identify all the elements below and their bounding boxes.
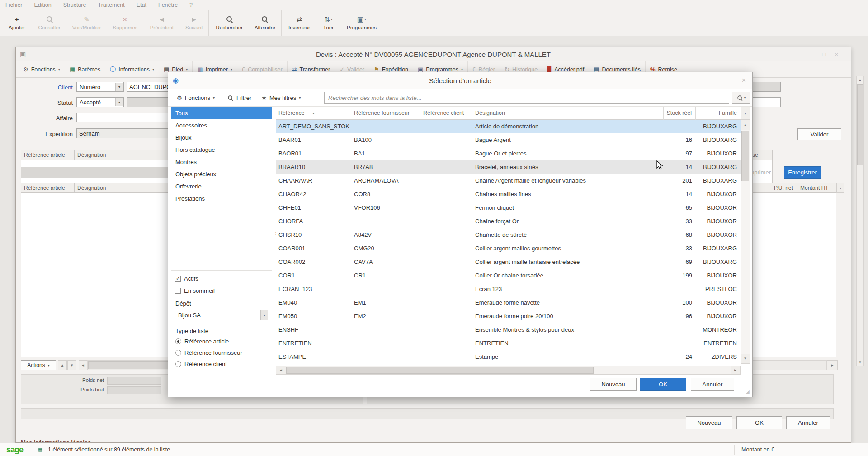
table-row[interactable]: CHORFA Chaîne forçat Or 33 BIJOUXOR [276,215,741,228]
dialog-nouveau-button[interactable]: Nouveau [590,378,637,391]
mes-filtres-button[interactable]: Mes filtres ▾ [256,89,306,106]
resize-grip[interactable]: ◢ [746,389,750,394]
table-row[interactable]: CHSR10 A842V Chaînette de sûreté 68 BIJO… [276,228,741,242]
menu-item[interactable]: Fichier [5,2,23,8]
window-titlebar[interactable]: Devis : Accepté N° DV00055 AGENCEDUPONT … [16,47,851,61]
table-row[interactable]: BRAAR10 BR7A8 Bracelet, anneaux striés 1… [276,160,741,174]
table-row[interactable]: ESTAMPE Estampe 24 ZDIVERS [276,350,741,364]
column-header-client[interactable]: Référence client [420,107,472,120]
nouveau-button[interactable]: Nouveau [686,416,732,429]
maximize-icon[interactable]: □ [822,51,826,58]
category-item[interactable]: Hors catalogue [171,144,272,156]
column-header-reference[interactable]: Référence▲ [276,107,351,120]
toolbar-button[interactable]: ▾ Supprimer [107,10,143,36]
table-row[interactable]: CHAOR42 COR8 Chaînes mailles fines 14 BI… [276,188,741,201]
en-sommeil-checkbox[interactable]: ✓ En sommeil [175,287,215,294]
table-row[interactable]: BAOR01 BA1 Bague Or et pierres 97 BIJOUX… [276,147,741,160]
toolbar-button[interactable]: ▾ Précédent [144,10,179,36]
table-row[interactable]: EM050 EM2 Emeraude forme poire 20/100 96… [276,310,741,323]
hscroll-left-button[interactable]: ◄ [276,366,286,374]
category-item[interactable]: Accessoires [171,119,272,132]
menu-item[interactable]: Edition [34,2,52,8]
ok-button[interactable]: OK [736,416,782,429]
vscroll-down-button[interactable]: ▼ [741,354,750,363]
ribbon-button[interactable]: Fonctions ▾ [19,61,65,77]
vscroll-thumb[interactable] [741,131,749,181]
dialog-annuler-button[interactable]: Annuler [691,378,734,391]
ribbon-button[interactable]: Barèmes ▾ [65,61,105,77]
vscroll-up-button[interactable]: ▲ [741,120,750,130]
valider-button[interactable]: Valider [797,128,841,140]
column-chooser-button[interactable]: › [741,107,750,120]
ribbon-button[interactable]: Informations ▾ [105,61,159,77]
vscroll-thumb[interactable] [857,84,863,165]
table-row[interactable]: COAR001 CMG20 Collier argent mailles gou… [276,242,741,255]
category-item[interactable]: Orfevrerie [171,180,272,193]
menu-item[interactable]: Structure [63,2,86,8]
menu-item[interactable]: Fenêtre [158,2,178,8]
close-icon[interactable]: × [742,76,746,85]
dialog-fonctions-button[interactable]: Fonctions ▾ [172,89,220,106]
hscroll-right-button[interactable]: ► [827,360,838,370]
app-vscrollbar[interactable]: ▲ ▼ [856,76,864,366]
toolbar-button[interactable]: ▾ Atteindre [249,10,282,36]
toolbar-button[interactable]: ▾ Inverseur [283,10,316,36]
close-icon[interactable]: × [835,51,838,58]
table-row[interactable]: ENSHF Ensemble Montres & stylos pour deu… [276,323,741,337]
table-row[interactable]: COR1 CR1 Collier Or chaine torsadée 199 … [276,269,741,282]
category-item[interactable]: Tous [171,107,272,119]
toolbar-button[interactable]: ▾ Ajouter [3,10,31,36]
statut-select[interactable]: Accepté ▾ [76,97,124,107]
table-row[interactable]: EM040 EM1 Emeraude forme navette 100 BIJ… [276,296,741,310]
dialog-titlebar[interactable]: Sélection d'un article × [168,72,752,89]
menu-item[interactable]: ? [189,2,193,8]
category-item[interactable]: Montres [171,156,272,168]
toolbar-button[interactable]: ▾ Programmes [341,10,382,36]
toolbar-button[interactable]: ▾ Consulter [32,10,66,36]
column-header-designation[interactable]: Désignation [472,107,664,120]
column-header[interactable]: Référence article [21,183,75,192]
table-row[interactable]: CHFE01 VFOR106 Fermoir cliquet 65 BIJOUX… [276,201,741,215]
column-header-stock[interactable]: Stock réel [664,107,696,120]
row-down-button[interactable]: ▼ [67,360,76,370]
search-button[interactable]: ▾ [732,92,750,104]
list-type-radio[interactable]: Référence client [175,361,227,367]
toolbar-button[interactable]: ▾ Voir/Modifier [66,10,107,36]
vscroll-up-button[interactable]: ▲ [857,76,863,84]
annuler-button[interactable]: Annuler [786,416,830,429]
column-header-famille[interactable]: Famille [696,107,741,120]
table-vscrollbar[interactable]: ▲ ▼ [741,120,750,364]
table-hscrollbar[interactable]: ◄ ► [276,366,741,375]
actions-button[interactable]: Actions ▾ [21,360,56,370]
table-row[interactable]: BAAR01 BA100 Bague Argent 16 BIJOUXARG [276,133,741,147]
minimize-icon[interactable]: – [810,51,813,58]
column-header-fournisseur[interactable]: Référence fournisseur [351,107,420,120]
filtrer-button[interactable]: Filtrer [222,89,256,106]
hscroll-left-button[interactable]: ◄ [79,360,87,370]
toolbar-button[interactable]: ▾ Suivant [179,10,209,36]
category-item[interactable]: Bijoux [171,132,272,144]
column-header[interactable]: P.U. net [771,183,797,192]
table-row[interactable]: COAR002 CAV7A Collier argent maille fant… [276,255,741,269]
table-row[interactable]: ECRAN_123 Ecran 123 PRESTLOC [276,282,741,296]
column-chooser-button[interactable]: › [836,183,844,193]
table-row[interactable]: ART_DEMO_SANS_STOK Article de démonstrat… [276,120,741,133]
list-type-radio[interactable]: Référence article [175,338,229,345]
list-type-radio[interactable]: Référence fournisseur [175,349,242,356]
category-item[interactable]: Objets précieux [171,168,272,180]
column-header[interactable]: Montant HT [797,183,830,192]
client-mode-select[interactable]: Numéro ▾ [76,82,124,92]
hscroll-thumb[interactable] [286,367,594,374]
depot-select[interactable]: Bijou SA ▾ [175,310,269,320]
toolbar-button[interactable]: ▾ Rechercher [210,10,248,36]
hscroll-right-button[interactable]: ► [731,366,740,374]
toolbar-button[interactable]: ▾ Trier [317,10,340,36]
depot-label[interactable]: Dépôt [175,300,191,307]
row-up-button[interactable]: ▲ [58,360,67,370]
enregistrer-button[interactable]: Enregistrer [784,166,821,179]
table-row[interactable]: CHAAR/VAR ARCHAMALOVA Chaîne Argent mail… [276,174,741,188]
menu-item[interactable]: Traitement [98,2,124,8]
category-item[interactable]: Prestations [171,193,272,205]
table-row[interactable]: ENTRETIEN ENTRETIEN ENTRETIEN [276,337,741,350]
column-header[interactable]: Référence article [21,150,75,160]
